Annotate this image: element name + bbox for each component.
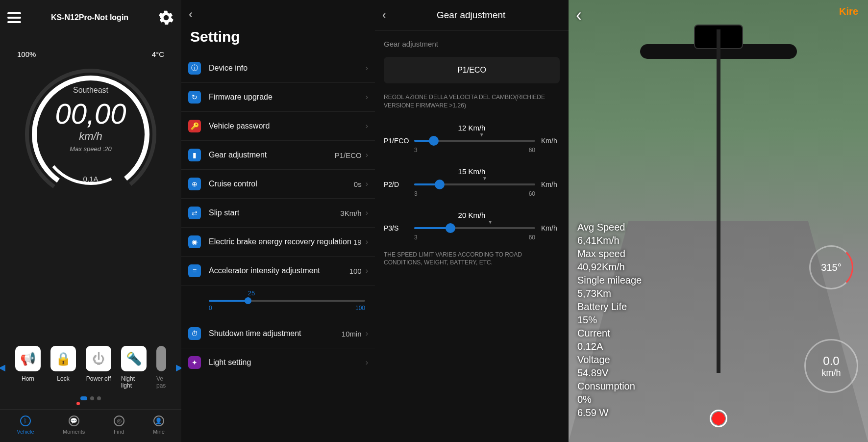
- stat-line: 54.89V: [577, 366, 642, 380]
- settings-title: Setting: [181, 28, 375, 54]
- setting-firmware-upgrade[interactable]: ↻Firmware upgrade›: [181, 83, 375, 112]
- setting-label: Electric brake energy recovery regulatio…: [209, 237, 353, 246]
- setting-value: 0s: [354, 180, 362, 188]
- setting-shutdown-time-adjustment[interactable]: ⏱Shutdown time adjustment10min›: [181, 319, 375, 348]
- speed-gauge: Southeast 00,00 km/h Max speed :20 0,1A: [20, 63, 162, 206]
- slider-min: 0: [209, 305, 212, 312]
- setting-light-setting[interactable]: ✦Light setting›: [181, 348, 375, 377]
- setting-icon: ≡: [188, 264, 201, 277]
- nav-label: Find: [114, 429, 124, 435]
- slider-max: 60: [529, 190, 535, 197]
- setting-electric-brake-energy-rec[interactable]: ◉Electric brake energy recovery regulati…: [181, 228, 375, 257]
- setting-icon: ⏱: [188, 327, 201, 340]
- setting-icon: ✦: [188, 356, 201, 369]
- slider-value: 12 Km/h: [384, 124, 560, 132]
- gear-section-label: Gear adjustment: [375, 31, 569, 57]
- setting-value: P1/ECO: [335, 151, 362, 159]
- bottom-nav: ᛒVehicle💬Moments◎Find👤Mine: [0, 409, 181, 442]
- setting-slip-start[interactable]: ⇄Slip start3Km/h›: [181, 199, 375, 228]
- slider-min: 3: [414, 234, 418, 241]
- settings-icon[interactable]: [158, 10, 174, 26]
- back-icon[interactable]: ‹: [576, 5, 582, 26]
- control-icon: [156, 346, 166, 371]
- menu-icon[interactable]: [7, 12, 21, 23]
- control-label: Lock: [57, 375, 69, 382]
- logo: Kire: [839, 6, 858, 17]
- dashboard-pane: KS-N12Pro-Not login 100% 4°C Southeast 0…: [0, 0, 181, 442]
- slider-max: 100: [355, 305, 365, 312]
- slider-thumb[interactable]: [435, 180, 445, 189]
- setting-gear-adjustment[interactable]: ▮Gear adjustmentP1/ECO›: [181, 141, 375, 170]
- gear-mode-button[interactable]: P1/ECO: [384, 57, 560, 83]
- slider-value: 15 Km/h: [384, 167, 560, 176]
- control-ve-pas[interactable]: Ve pas: [156, 346, 166, 389]
- stat-line: 5,73Km: [577, 287, 642, 300]
- control-horn[interactable]: 📢Horn: [15, 346, 41, 389]
- control-icon: 📢: [15, 346, 41, 371]
- slider-thumb[interactable]: [429, 136, 439, 146]
- control-icon: 🔦: [121, 346, 147, 371]
- controls-row: ◀ 📢Horn🔒Lock⏻Power off🔦Night lightVe pas…: [0, 346, 181, 389]
- controls-prev-icon[interactable]: ◀: [0, 362, 5, 373]
- slider-value: 20 Km/h: [384, 211, 560, 219]
- control-label: Power off: [86, 375, 111, 382]
- back-icon[interactable]: ‹: [382, 9, 386, 22]
- stat-line: Max speed: [577, 247, 642, 260]
- chevron-icon: ›: [366, 208, 368, 217]
- stat-line: Consumption: [577, 380, 642, 393]
- temperature-label: 4°C: [152, 50, 164, 58]
- chevron-icon: ›: [366, 93, 368, 102]
- control-power-off[interactable]: ⏻Power off: [86, 346, 111, 389]
- record-button[interactable]: [710, 410, 727, 427]
- camera-pane: ‹ Kire Avg Speed6,41Km/hMax speed40,92Km…: [569, 0, 868, 442]
- slider-track[interactable]: [414, 140, 535, 142]
- chevron-icon: ›: [366, 151, 368, 159]
- stat-line: 0.12A: [577, 340, 642, 353]
- nav-mine[interactable]: 👤Mine: [153, 416, 165, 435]
- setting-label: Light setting: [209, 358, 362, 367]
- controls-next-icon[interactable]: ▶: [176, 362, 181, 373]
- nav-label: Moments: [63, 429, 85, 435]
- stats-overlay: Avg Speed6,41Km/hMax speed40,92Km/hSingl…: [577, 221, 642, 419]
- slider-label: P2/D: [384, 181, 408, 188]
- slider-thumb[interactable]: [446, 223, 455, 233]
- gear-title: Gear adjustment: [396, 10, 546, 21]
- setting-slider[interactable]: 250100: [181, 286, 375, 319]
- stat-line: 15%: [577, 313, 642, 327]
- back-icon[interactable]: ‹: [181, 0, 375, 28]
- chevron-icon: ›: [366, 329, 368, 338]
- control-night-light[interactable]: 🔦Night light: [121, 346, 147, 389]
- gear-note-1: REGOL AZIONE DELLA VELOCITA DEL CAMBIO(R…: [375, 93, 569, 120]
- page-indicator: [0, 396, 181, 400]
- control-label: Night light: [121, 375, 147, 389]
- slider-track[interactable]: [209, 300, 365, 302]
- nav-moments[interactable]: 💬Moments: [63, 416, 85, 435]
- control-icon: 🔒: [50, 346, 76, 371]
- battery-label: 100%: [17, 50, 36, 58]
- setting-accelerator-intensity-adj[interactable]: ≡Accelerator intensity adjustment100›: [181, 257, 375, 286]
- stat-line: Voltage: [577, 353, 642, 366]
- setting-label: Device info: [209, 64, 362, 73]
- nav-icon: ᛒ: [20, 416, 31, 426]
- nav-icon: 👤: [153, 416, 164, 426]
- gauge-ring-icon: [20, 63, 162, 206]
- speed-unit: km/h: [821, 368, 841, 378]
- stat-line: Current: [577, 327, 642, 340]
- setting-label: Firmware upgrade: [209, 93, 362, 102]
- slider-thumb[interactable]: [245, 297, 251, 304]
- setting-device-info[interactable]: ⓘDevice info›: [181, 54, 375, 83]
- setting-label: Accelerator intensity adjustment: [209, 266, 349, 275]
- setting-icon: ▮: [188, 149, 201, 161]
- control-lock[interactable]: 🔒Lock: [50, 346, 76, 389]
- nav-find[interactable]: ◎Find: [114, 416, 124, 435]
- slider-track[interactable]: [414, 227, 535, 229]
- setting-cruise-control[interactable]: ⊕Cruise control0s›: [181, 170, 375, 199]
- scooter-stem: [717, 29, 720, 373]
- slider-min: 3: [414, 190, 418, 197]
- nav-vehicle[interactable]: ᛒVehicle: [17, 416, 34, 435]
- setting-vehicle-password[interactable]: 🔑Vehicle password›: [181, 112, 375, 141]
- slider-unit: Km/h: [541, 137, 560, 145]
- gauge-area: 100% 4°C Southeast 00,00 km/h Max speed …: [0, 35, 181, 346]
- slider-track[interactable]: [414, 183, 535, 185]
- slider-label: P1/ECO: [384, 137, 408, 145]
